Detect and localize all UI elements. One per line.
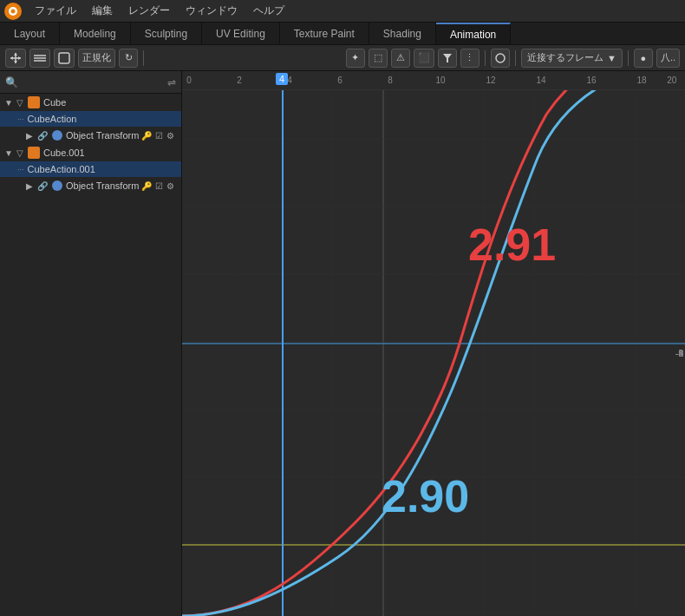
svg-rect-10 — [59, 53, 69, 63]
tree-item-transform-1[interactable]: ▶ 🔗 Object Transform 🔑 ☑ ⚙ — [0, 127, 181, 144]
key-icon: 🔑 — [141, 131, 152, 141]
constraint-icon-2: ⚙ — [166, 181, 174, 191]
x-label-20: 20 — [667, 75, 676, 85]
exchange-icon[interactable]: ⇌ — [167, 76, 176, 88]
warning-btn[interactable]: ⚠ — [391, 49, 410, 68]
svg-marker-3 — [14, 53, 17, 56]
eye-icon-2 — [52, 180, 62, 191]
link-icon: 🔗 — [37, 131, 48, 141]
cube-label: Cube — [43, 97, 66, 108]
main-content: 🔍 ⇌ ▼ ▽ Cube ··· CubeAction ▶ 🔗 Object T… — [0, 71, 685, 616]
x-label-0: 0 — [186, 75, 192, 85]
camera-btn[interactable]: ⬛ — [414, 49, 434, 68]
menu-file[interactable]: ファイル — [28, 2, 83, 20]
tab-texture-paint[interactable]: Texture Paint — [280, 23, 369, 44]
tree-item-transform-2[interactable]: ▶ 🔗 Object Transform 🔑 ☑ ⚙ — [0, 177, 181, 194]
svg-marker-6 — [18, 56, 21, 60]
x-label-2: 2 — [237, 75, 242, 85]
x-label-8: 8 — [388, 75, 393, 85]
x-label-12: 12 — [486, 75, 495, 85]
vis-icon: ▽ — [16, 98, 23, 108]
tab-modeling[interactable]: Modeling — [60, 23, 131, 44]
key-icon-2: 🔑 — [141, 181, 152, 191]
tab-shading[interactable]: Shading — [369, 23, 436, 44]
workspace-tab-bar: Layout Modeling Sculpting UV Editing Tex… — [0, 23, 685, 45]
x-label-6: 6 — [337, 75, 342, 85]
arrow-icon-4: ▶ — [24, 181, 35, 191]
check-icon: ☑ — [155, 131, 163, 141]
toolbar-separator-1 — [143, 50, 144, 66]
arrow-icon: ▼ — [3, 98, 14, 108]
editor-toolbar: 正規化 ↻ ✦ ⬚ ⚠ ⬛ ⋮ 近接するフレーム ▼ ● 八.. — [0, 45, 685, 71]
svg-marker-4 — [14, 61, 17, 63]
tab-sculpting[interactable]: Sculpting — [131, 23, 202, 44]
tab-layout[interactable]: Layout — [0, 23, 60, 44]
blender-logo-icon — [3, 2, 23, 21]
arrow-icon-2: ▶ — [24, 131, 35, 141]
eye-icon — [52, 130, 62, 141]
frame-arrows-btn[interactable]: 八.. — [656, 49, 680, 68]
tree-item-cube001[interactable]: ▼ ▽ Cube.001 — [0, 144, 181, 161]
onion-btn[interactable] — [491, 49, 510, 68]
tree-item-cubeaction001[interactable]: ··· CubeAction.001 — [0, 161, 181, 177]
menu-render[interactable]: レンダー — [121, 2, 177, 20]
transform-tool-btn[interactable] — [5, 49, 26, 68]
svg-marker-11 — [443, 54, 452, 62]
x-label-10: 10 — [435, 75, 445, 85]
refresh-btn[interactable]: ↻ — [119, 49, 138, 68]
grid-canvas — [182, 71, 685, 616]
action-dots: ··· — [17, 115, 24, 123]
menu-help[interactable]: ヘルプ — [246, 2, 291, 20]
tree-item-cube[interactable]: ▼ ▽ Cube — [0, 94, 181, 111]
toolbar-separator-3 — [515, 50, 516, 66]
transform-label-1: Object Transform — [66, 130, 139, 141]
vis-icon-2: ▽ — [16, 148, 23, 158]
graph-editor[interactable]: 0 2 4 6 8 10 12 14 16 18 20 4 8 6 4 2 0 … — [182, 71, 685, 616]
toolbar-separator-2 — [485, 50, 486, 66]
x-label-16: 16 — [586, 75, 596, 85]
y-axis-labels: 8 6 4 2 0 -2 -4 -6 -8 — [669, 90, 685, 616]
cubeaction-label: CubeAction — [28, 114, 77, 124]
search-input[interactable] — [22, 77, 164, 88]
current-frame-indicator: 4 — [276, 73, 288, 85]
action001-dots: ··· — [17, 165, 24, 174]
x-label-4: 4 — [287, 75, 292, 85]
search-icon: 🔍 — [5, 76, 18, 88]
svg-marker-5 — [10, 56, 13, 60]
cube001-icon — [28, 147, 40, 159]
dots-btn[interactable]: ⋮ — [460, 49, 480, 68]
x-label-14: 14 — [536, 75, 545, 85]
frame-nav-label: 近接するフレーム — [527, 51, 603, 64]
svg-point-12 — [496, 54, 505, 62]
normalize-btn[interactable] — [54, 49, 75, 68]
menu-edit[interactable]: 編集 — [85, 2, 120, 20]
dopesheet-sidebar: 🔍 ⇌ ▼ ▽ Cube ··· CubeAction ▶ 🔗 Object T… — [0, 71, 182, 616]
tab-uv-editing[interactable]: UV Editing — [202, 23, 280, 44]
toolbar-separator-4 — [628, 50, 629, 66]
sidebar-search-bar: 🔍 ⇌ — [0, 71, 181, 94]
frame-nav-dropdown[interactable]: 近接するフレーム ▼ — [521, 49, 623, 68]
arrow-icon-3: ▼ — [3, 148, 14, 158]
filter-btn[interactable] — [438, 49, 457, 68]
frame-dot-btn[interactable]: ● — [634, 49, 653, 68]
normalize-label[interactable]: 正規化 — [78, 49, 115, 68]
menu-btn[interactable] — [29, 49, 50, 68]
cube-icon — [28, 96, 40, 108]
x-axis-bar: 0 2 4 6 8 10 12 14 16 18 20 — [182, 71, 685, 90]
x-label-18: 18 — [636, 75, 646, 85]
tab-animation[interactable]: Animation — [436, 23, 511, 44]
transform-label-2: Object Transform — [66, 180, 139, 191]
y-label-neg8: -8 — [675, 349, 683, 358]
top-menu-bar: ファイル 編集 レンダー ウィンドウ ヘルプ — [0, 0, 685, 23]
check-icon-2: ☑ — [155, 181, 163, 191]
cube001-label: Cube.001 — [43, 147, 85, 158]
cursor-btn[interactable]: ✦ — [346, 49, 365, 68]
svg-point-2 — [11, 9, 16, 13]
link-icon-2: 🔗 — [37, 181, 48, 191]
cubeaction001-label: CubeAction.001 — [28, 164, 95, 174]
box-select-btn[interactable]: ⬚ — [369, 49, 388, 68]
constraint-icon: ⚙ — [166, 131, 174, 141]
menu-window[interactable]: ウィンドウ — [179, 2, 245, 20]
tree-item-cubeaction[interactable]: ··· CubeAction — [0, 111, 181, 127]
